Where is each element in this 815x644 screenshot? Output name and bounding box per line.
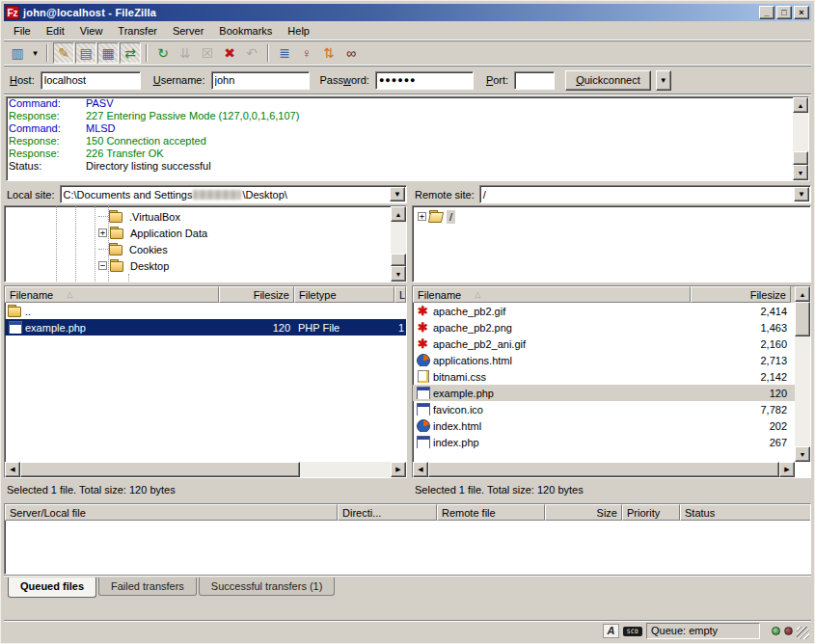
message-log[interactable]: Command:PASVResponse:227 Entering Passiv… [6, 96, 809, 181]
site-manager-dropdown[interactable]: ▾ [29, 42, 41, 64]
tree-item-label: Desktop [127, 259, 172, 273]
toggle-message-log-button[interactable]: ✎ [53, 42, 74, 64]
remote-file-list[interactable]: Filename△Filesize ✱apache_pb2.gif2,414✱a… [412, 285, 811, 478]
queue-header-Server/Local file[interactable]: Server/Local file [5, 504, 338, 521]
log-scrollbar-thumb[interactable] [793, 151, 808, 165]
file-row[interactable]: index.html202 [413, 417, 810, 434]
tree-item[interactable]: −Desktop [98, 257, 172, 274]
tree-item[interactable]: +Application Data [98, 225, 210, 241]
transfer-queue[interactable]: Server/Local fileDirecti...Remote fileSi… [4, 503, 811, 575]
file-row[interactable]: applications.html2,713 [413, 352, 810, 368]
menu-server[interactable]: Server [165, 22, 211, 40]
local-directory-tree[interactable]: ▲ ▼ .VirtualBox+Application DataCookies−… [4, 205, 407, 282]
file-row[interactable]: favicon.ico7,782 [413, 401, 810, 417]
directory-comparison-button[interactable]: ♀ [296, 42, 317, 64]
scroll-right-icon[interactable]: ▶ [779, 462, 795, 477]
remote-header-Filesize[interactable]: Filesize [691, 286, 791, 303]
scroll-left-icon[interactable]: ◀ [413, 462, 428, 477]
local-file-list[interactable]: Filename△FilesizeFiletypeL ..example.php… [4, 285, 407, 478]
synchronized-browsing-button[interactable]: ⇅ [318, 42, 340, 64]
tree-item[interactable]: +/ [418, 208, 455, 225]
toggle-queue-button[interactable]: ⇄ [120, 42, 141, 64]
find-files-button[interactable]: ∞ [340, 42, 362, 64]
local-tree-scrollbar[interactable]: ▲ ▼ [391, 206, 406, 282]
indicator-badge-icon[interactable]: SCO [623, 627, 642, 636]
scroll-up-icon[interactable]: ▲ [795, 286, 810, 302]
reconnect-button[interactable]: ↶ [241, 42, 262, 64]
menu-edit[interactable]: Edit [39, 22, 72, 40]
scroll-right-icon[interactable]: ▶ [391, 462, 406, 477]
menu-help[interactable]: Help [280, 22, 317, 40]
log-scrollbar[interactable]: ▲ ▼ [793, 97, 808, 180]
file-row[interactable]: ✱apache_pb2_ani.gif2,160 [413, 335, 810, 352]
collapse-minus-icon[interactable]: − [98, 261, 107, 270]
tab-failed-transfers[interactable]: Failed transfers [98, 577, 197, 596]
local-hscroll-thumb[interactable] [20, 462, 300, 477]
toggle-local-tree-button[interactable]: ▤ [75, 42, 96, 64]
local-header-Filetype[interactable]: Filetype [294, 286, 394, 303]
file-row[interactable]: example.php120 [413, 385, 810, 401]
chevron-down-icon[interactable]: ▼ [390, 187, 405, 201]
quickconnect-dropdown[interactable]: ▼ [656, 70, 671, 91]
local-header-L[interactable]: L [394, 286, 406, 303]
remote-directory-tree[interactable]: +/ [412, 205, 811, 282]
menu-bookmarks[interactable]: Bookmarks [211, 22, 280, 40]
scroll-down-icon[interactable]: ▼ [391, 266, 406, 282]
queue-header-Size[interactable]: Size [545, 504, 622, 521]
scroll-left-icon[interactable]: ◀ [5, 462, 20, 477]
remote-vscroll-thumb[interactable] [795, 302, 810, 336]
remote-list-vscrollbar[interactable]: ▲ ▼ [795, 286, 810, 462]
tab-queued-files[interactable]: Queued files [8, 577, 96, 598]
queue-header-Status[interactable]: Status [680, 504, 811, 521]
minimize-button[interactable]: _ [759, 6, 774, 19]
tab-successful-transfers-1-[interactable]: Successful transfers (1) [199, 577, 336, 596]
expand-plus-icon[interactable]: + [418, 212, 426, 221]
local-site-combobox[interactable]: C:\Documents and Settings\Desktop\ ▼ [60, 185, 407, 203]
file-row[interactable]: bitnami.css2,142 [413, 368, 810, 385]
close-button[interactable]: × [794, 6, 809, 19]
chevron-down-icon[interactable]: ▼ [794, 187, 809, 201]
tree-item[interactable]: .VirtualBox [98, 208, 183, 225]
queue-header-Priority[interactable]: Priority [622, 504, 680, 521]
process-queue-button[interactable]: ⇊ [175, 42, 196, 64]
cancel-operation-button[interactable]: ☒ [197, 42, 218, 64]
remote-header-Filename[interactable]: Filename△ [413, 286, 691, 303]
file-row[interactable]: .. [5, 303, 406, 319]
local-list-hscrollbar[interactable]: ◀ ▶ [5, 462, 406, 477]
disconnect-button[interactable]: ✖ [219, 42, 240, 64]
remote-site-combobox[interactable]: / ▼ [479, 185, 811, 203]
password-input[interactable] [375, 71, 474, 90]
menu-file[interactable]: File [6, 22, 39, 40]
refresh-button[interactable]: ↻ [152, 42, 174, 64]
local-tree-scrollbar-thumb[interactable] [391, 254, 406, 266]
file-row[interactable]: ✱apache_pb2.png1,463 [413, 319, 810, 335]
file-row[interactable]: ✱apache_pb2.gif2,414 [413, 303, 810, 319]
scroll-down-icon[interactable]: ▼ [793, 165, 808, 180]
menu-view[interactable]: View [72, 22, 111, 40]
resize-grip[interactable] [797, 627, 809, 639]
expand-plus-icon[interactable]: + [98, 228, 107, 237]
port-input[interactable] [514, 71, 555, 90]
tree-item[interactable]: Cookies [98, 241, 171, 257]
quickconnect-button[interactable]: Quickconnect [565, 70, 651, 91]
file-row[interactable]: index.php267 [413, 434, 810, 450]
scroll-down-icon[interactable]: ▼ [795, 446, 810, 462]
remote-list-hscrollbar[interactable]: ◀ ▶ [413, 462, 795, 477]
toggle-remote-tree-button[interactable]: ▦ [97, 42, 119, 64]
menu-transfer[interactable]: Transfer [110, 22, 165, 40]
remote-hscroll-thumb[interactable] [428, 462, 779, 477]
queue-header-Directi...[interactable]: Directi... [338, 504, 437, 521]
username-input[interactable] [211, 71, 310, 90]
host-input[interactable] [41, 71, 141, 90]
local-header-Filesize[interactable]: Filesize [219, 286, 294, 303]
local-header-Filename[interactable]: Filename△ [5, 286, 219, 303]
site-manager-button[interactable]: ▥ [7, 42, 28, 64]
scroll-up-icon[interactable]: ▲ [793, 97, 808, 113]
maximize-button[interactable]: □ [776, 6, 792, 19]
queue-header-Remote file[interactable]: Remote file [437, 504, 545, 521]
app-icon[interactable]: Fz [6, 6, 19, 19]
directory-filters-button[interactable]: ≣ [274, 42, 295, 64]
scroll-up-icon[interactable]: ▲ [391, 206, 406, 222]
file-row[interactable]: example.php120PHP File1 [5, 319, 406, 335]
ascii-datatype-icon[interactable]: A [603, 624, 619, 638]
